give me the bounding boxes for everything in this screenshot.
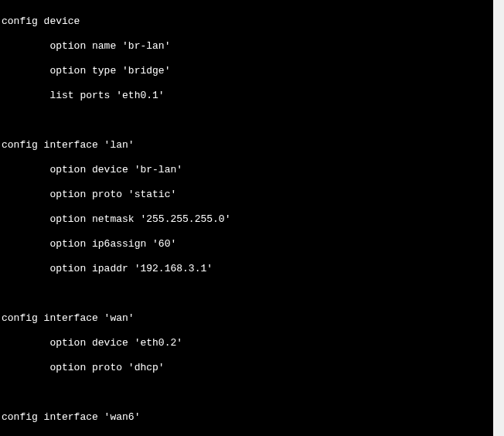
config-line: config device — [2, 15, 502, 28]
config-line: list ports 'eth0.1' — [2, 90, 502, 102]
config-line — [2, 288, 502, 300]
config-line: option proto 'static' — [2, 189, 502, 201]
config-line: option device 'eth0.2' — [2, 337, 502, 349]
config-line — [2, 387, 502, 399]
config-line — [2, 114, 502, 127]
config-line: option device 'br-lan' — [2, 164, 502, 176]
config-line: config interface 'wan' — [2, 312, 502, 325]
config-line: option type 'bridge' — [2, 65, 502, 77]
config-line: config interface 'wan6' — [2, 411, 502, 424]
config-line: option name 'br-lan' — [2, 40, 502, 53]
scrollbar[interactable] — [493, 0, 504, 436]
scrollbar-track[interactable] — [493, 0, 504, 436]
config-line: option ipaddr '192.168.3.1' — [2, 263, 502, 275]
config-line: option netmask '255.255.255.0' — [2, 213, 502, 226]
terminal-editor[interactable]: config device option name 'br-lan' optio… — [0, 0, 504, 436]
config-line: option proto 'dhcp' — [2, 362, 502, 374]
config-line: option ip6assign '60' — [2, 238, 502, 250]
config-line: config interface 'lan' — [2, 139, 502, 152]
